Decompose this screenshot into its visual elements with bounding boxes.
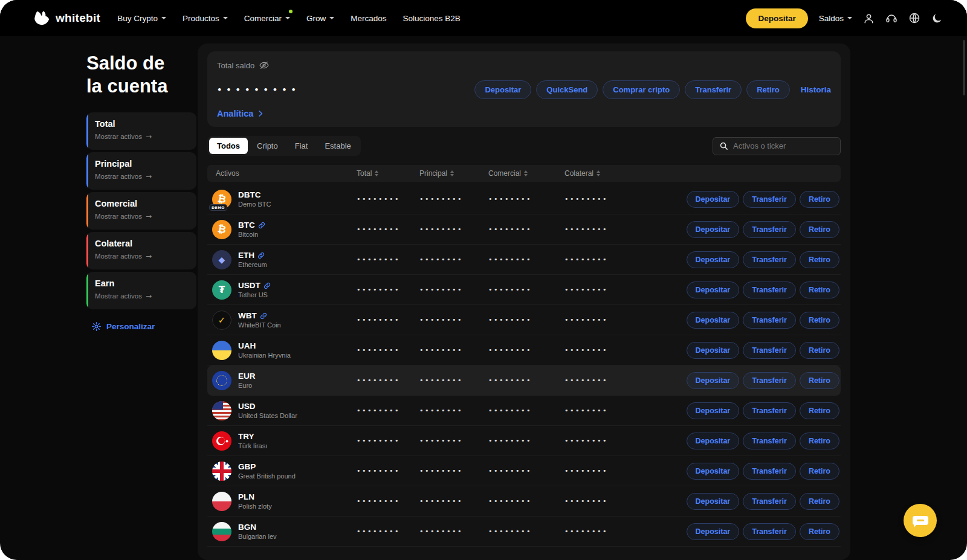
column-header-principal[interactable]: Principal bbox=[419, 169, 488, 178]
nav-item-productos[interactable]: Productos bbox=[183, 14, 228, 23]
chevron-down-icon bbox=[223, 17, 228, 19]
row-depositar-button[interactable]: Depositar bbox=[687, 282, 740, 298]
row-depositar-button[interactable]: Depositar bbox=[687, 221, 740, 238]
asset-symbol: USDT bbox=[238, 281, 260, 290]
deposit-button[interactable]: Depositar bbox=[746, 8, 807, 28]
row-transferir-button[interactable]: Transferir bbox=[743, 282, 796, 298]
row-retiro-button[interactable]: Retiro bbox=[800, 312, 839, 329]
analytics-link[interactable]: Analítica bbox=[217, 109, 265, 118]
history-link[interactable]: Historia bbox=[801, 85, 831, 94]
profile-icon[interactable] bbox=[863, 13, 875, 24]
column-header-total[interactable]: Total bbox=[357, 169, 419, 178]
personalize-button[interactable]: Personalizar bbox=[91, 321, 196, 332]
row-depositar-button[interactable]: Depositar bbox=[687, 493, 740, 510]
row-depositar-button[interactable]: Depositar bbox=[687, 463, 740, 480]
row-transferir-button[interactable]: Transferir bbox=[743, 342, 796, 359]
row-transferir-button[interactable]: Transferir bbox=[743, 402, 796, 419]
row-transferir-button[interactable]: Transferir bbox=[743, 463, 796, 480]
row-transferir-button[interactable]: Transferir bbox=[743, 312, 796, 329]
row-transferir-button[interactable]: Transferir bbox=[743, 372, 796, 389]
sidebar-item-comercial[interactable]: Comercial Mostrar activos → bbox=[86, 192, 196, 230]
nav-item-comerciar[interactable]: Comerciar bbox=[244, 14, 290, 23]
link-icon[interactable] bbox=[258, 222, 265, 229]
balances-menu[interactable]: Saldos bbox=[819, 14, 852, 23]
row-depositar-button[interactable]: Depositar bbox=[687, 372, 740, 389]
link-icon[interactable] bbox=[260, 312, 267, 320]
tab-fiat[interactable]: Fiat bbox=[287, 138, 316, 154]
row-transferir-button[interactable]: Transferir bbox=[743, 221, 796, 238]
sidebar-item-earn[interactable]: Earn Mostrar activos → bbox=[86, 272, 196, 309]
comprar-cripto-button[interactable]: Comprar cripto bbox=[603, 80, 680, 99]
row-retiro-button[interactable]: Retiro bbox=[800, 282, 839, 298]
search-input-wrapper[interactable] bbox=[713, 137, 841, 155]
search-input[interactable] bbox=[733, 141, 834, 150]
row-retiro-button[interactable]: Retiro bbox=[800, 463, 839, 480]
link-icon[interactable] bbox=[264, 282, 271, 289]
row-retiro-button[interactable]: Retiro bbox=[800, 191, 839, 208]
sort-icon bbox=[524, 170, 528, 176]
asset-name: United States Dollar bbox=[238, 412, 297, 419]
wallet-card-link[interactable]: Mostrar activos → bbox=[95, 132, 189, 141]
row-transferir-button[interactable]: Transferir bbox=[743, 251, 796, 268]
row-retiro-button[interactable]: Retiro bbox=[800, 433, 839, 449]
row-depositar-button[interactable]: Depositar bbox=[687, 312, 740, 329]
row-depositar-button[interactable]: Depositar bbox=[687, 523, 740, 540]
row-retiro-button[interactable]: Retiro bbox=[800, 221, 839, 238]
usd-coin-icon bbox=[212, 401, 231, 420]
nav-item-grow[interactable]: Grow bbox=[306, 14, 334, 23]
language-globe-icon[interactable] bbox=[908, 12, 920, 24]
wallet-card-link[interactable]: Mostrar activos → bbox=[95, 172, 189, 181]
column-header-comercial[interactable]: Comercial bbox=[488, 169, 564, 178]
row-transferir-button[interactable]: Transferir bbox=[743, 523, 796, 540]
eye-off-icon[interactable] bbox=[259, 60, 269, 70]
colateral-value: •••••••• bbox=[564, 195, 637, 203]
nav-item-soluciones-b2b[interactable]: Soluciones B2B bbox=[403, 14, 461, 23]
asset-symbol: USD bbox=[238, 402, 256, 411]
transferir-button[interactable]: Transferir bbox=[685, 80, 742, 99]
wallet-card-link[interactable]: Mostrar activos → bbox=[95, 292, 189, 300]
tab-estable[interactable]: Estable bbox=[317, 138, 358, 154]
nav-item-mercados[interactable]: Mercados bbox=[351, 14, 386, 23]
depositar-button[interactable]: Depositar bbox=[474, 80, 531, 99]
total-value: •••••••• bbox=[357, 467, 419, 475]
wallet-card-link[interactable]: Mostrar activos → bbox=[95, 252, 189, 260]
comercial-value: •••••••• bbox=[488, 497, 564, 505]
tab-todos[interactable]: Todos bbox=[209, 138, 248, 154]
row-transferir-button[interactable]: Transferir bbox=[743, 493, 796, 510]
asset-symbol: TRY bbox=[238, 432, 254, 441]
nav-item-buy-crypto[interactable]: Buy Crypto bbox=[117, 14, 166, 23]
link-icon[interactable] bbox=[257, 252, 265, 259]
retiro-button[interactable]: Retiro bbox=[746, 80, 790, 99]
row-transferir-button[interactable]: Transferir bbox=[743, 433, 796, 449]
page-title: Saldo de la cuenta bbox=[86, 52, 183, 98]
row-retiro-button[interactable]: Retiro bbox=[800, 402, 839, 419]
tab-cripto[interactable]: Cripto bbox=[249, 138, 286, 154]
sidebar-item-colateral[interactable]: Colateral Mostrar activos → bbox=[86, 232, 196, 269]
row-depositar-button[interactable]: Depositar bbox=[687, 342, 740, 359]
dark-mode-moon-icon[interactable] bbox=[931, 13, 943, 24]
asset-type-tabs: TodosCriptoFiatEstable bbox=[207, 136, 361, 156]
row-retiro-button[interactable]: Retiro bbox=[800, 493, 839, 510]
asset-row-wbt: WBT WhiteBIT Coin •••••••• •••••••• ••••… bbox=[207, 305, 841, 335]
row-transferir-button[interactable]: Transferir bbox=[743, 191, 796, 208]
quicksend-button[interactable]: QuickSend bbox=[536, 80, 598, 99]
row-retiro-button[interactable]: Retiro bbox=[800, 251, 839, 268]
row-retiro-button[interactable]: Retiro bbox=[800, 372, 839, 389]
row-retiro-button[interactable]: Retiro bbox=[800, 523, 839, 540]
support-headset-icon[interactable] bbox=[885, 12, 897, 24]
row-retiro-button[interactable]: Retiro bbox=[800, 342, 839, 359]
row-depositar-button[interactable]: Depositar bbox=[687, 251, 740, 268]
row-depositar-button[interactable]: Depositar bbox=[687, 191, 740, 208]
chevron-down-icon bbox=[161, 17, 166, 19]
row-depositar-button[interactable]: Depositar bbox=[687, 402, 740, 419]
sidebar-item-total[interactable]: Total Mostrar activos → bbox=[86, 112, 196, 150]
scrollbar[interactable] bbox=[963, 40, 965, 95]
colateral-value: •••••••• bbox=[564, 467, 637, 475]
asset-name: Ethereum bbox=[238, 261, 267, 268]
column-header-colateral[interactable]: Colateral bbox=[564, 169, 637, 178]
chat-widget-button[interactable] bbox=[904, 504, 937, 537]
sidebar-item-principal[interactable]: Principal Mostrar activos → bbox=[86, 152, 196, 190]
row-depositar-button[interactable]: Depositar bbox=[687, 433, 740, 449]
wallet-card-link[interactable]: Mostrar activos → bbox=[95, 212, 189, 220]
whitebit-logo[interactable]: whitebit bbox=[34, 11, 100, 25]
